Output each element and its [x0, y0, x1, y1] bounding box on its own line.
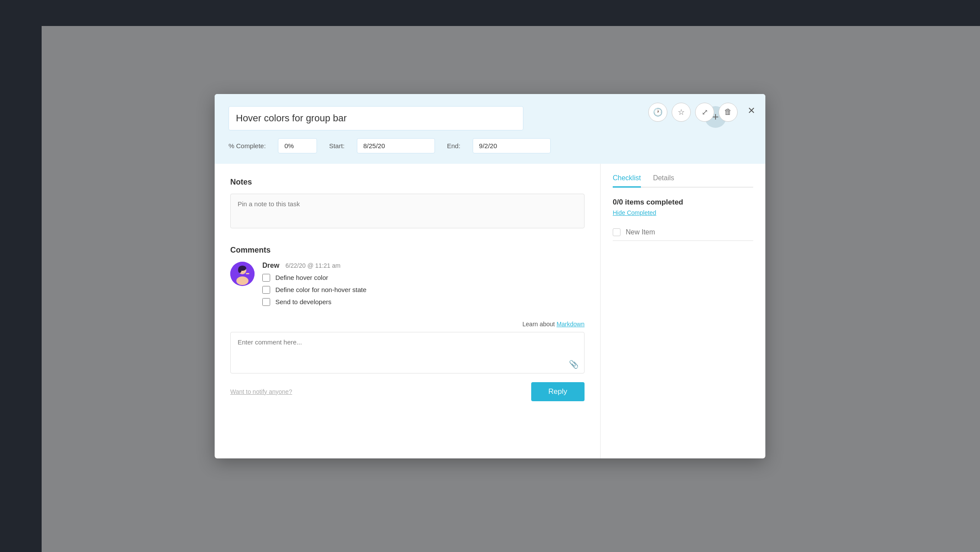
- checklist-content: 0/0 items completed Hide Completed: [613, 198, 753, 241]
- trash-icon: 🗑: [724, 107, 732, 117]
- notes-input[interactable]: [230, 194, 585, 228]
- markdown-text: Learn about: [523, 321, 557, 328]
- checklist-label-2: Define color for non-hover state: [275, 286, 366, 293]
- star-icon: ☆: [678, 107, 685, 117]
- comment-timestamp: 6/22/20 @ 11:21 am: [285, 262, 340, 269]
- items-completed-count: 0/0 items completed: [613, 198, 753, 207]
- delete-button[interactable]: 🗑: [719, 103, 738, 122]
- meta-row: % Complete: Start: End:: [229, 138, 751, 153]
- comment-item: Drew 6/22/20 @ 11:21 am Define hover col…: [230, 262, 585, 310]
- history-button[interactable]: 🕐: [648, 103, 667, 122]
- modal-overlay: + 🕐 ☆ ⤢ 🗑 × % Complete:: [0, 0, 980, 552]
- end-label: End:: [447, 142, 461, 149]
- comments-section: Comments: [230, 246, 585, 401]
- start-date-input[interactable]: [357, 138, 435, 153]
- checklist-label-1: Define hover color: [275, 274, 328, 281]
- percent-complete-input[interactable]: [278, 138, 317, 153]
- comment-input[interactable]: [230, 332, 585, 373]
- comment-input-area: 📎: [230, 332, 585, 375]
- expand-icon: ⤢: [702, 107, 708, 117]
- modal-header: + 🕐 ☆ ⤢ 🗑 × % Complete:: [215, 94, 765, 164]
- reply-button[interactable]: Reply: [531, 382, 585, 401]
- task-title-input[interactable]: [229, 106, 523, 130]
- expand-button[interactable]: ⤢: [695, 103, 714, 122]
- notify-link[interactable]: Want to notify anyone?: [230, 388, 292, 395]
- comment-content: Drew 6/22/20 @ 11:21 am Define hover col…: [262, 262, 585, 310]
- close-icon: ×: [748, 104, 755, 117]
- notes-section-title: Notes: [230, 178, 585, 187]
- start-label: Start:: [329, 142, 345, 149]
- tab-checklist[interactable]: Checklist: [613, 174, 641, 188]
- right-tabs: Checklist Details: [613, 174, 753, 188]
- checklist-item-2: Define color for non-hover state: [262, 286, 585, 294]
- checklist-checkbox-2[interactable]: [262, 286, 270, 294]
- header-actions: 🕐 ☆ ⤢ 🗑: [648, 103, 738, 122]
- checklist-checkbox-1[interactable]: [262, 274, 270, 282]
- modal-left-panel: Notes Comments: [215, 164, 601, 458]
- markdown-link[interactable]: Markdown: [556, 321, 585, 328]
- star-button[interactable]: ☆: [672, 103, 691, 122]
- modal-right-panel: Checklist Details 0/0 items completed Hi…: [601, 164, 765, 458]
- hide-completed-link[interactable]: Hide Completed: [613, 209, 753, 216]
- svg-rect-5: [246, 273, 249, 274]
- end-date-input[interactable]: [473, 138, 551, 153]
- comment-author: Drew: [262, 262, 279, 270]
- new-item-row: [613, 228, 753, 241]
- comment-footer: Want to notify anyone? Reply: [230, 382, 585, 401]
- notes-section: Notes: [230, 178, 585, 230]
- task-modal: + 🕐 ☆ ⤢ 🗑 × % Complete:: [215, 94, 765, 458]
- new-item-checkbox: [613, 228, 621, 236]
- checklist-item-1: Define hover color: [262, 274, 585, 282]
- checklist-item-3: Send to developers: [262, 298, 585, 306]
- new-item-input[interactable]: [626, 228, 753, 236]
- close-button[interactable]: ×: [742, 101, 761, 120]
- svg-point-2: [236, 276, 248, 285]
- comments-section-title: Comments: [230, 246, 585, 255]
- attach-icon[interactable]: 📎: [569, 360, 578, 369]
- tab-details[interactable]: Details: [653, 174, 674, 188]
- comment-header: Drew 6/22/20 @ 11:21 am: [262, 262, 585, 270]
- percent-complete-label: % Complete:: [229, 142, 266, 149]
- svg-point-4: [238, 267, 242, 273]
- checklist-label-3: Send to developers: [275, 298, 331, 305]
- modal-body: Notes Comments: [215, 164, 765, 458]
- clock-icon: 🕐: [653, 107, 663, 117]
- avatar: [230, 262, 255, 286]
- checklist-checkbox-3[interactable]: [262, 298, 270, 306]
- markdown-info: Learn about Markdown: [230, 321, 585, 328]
